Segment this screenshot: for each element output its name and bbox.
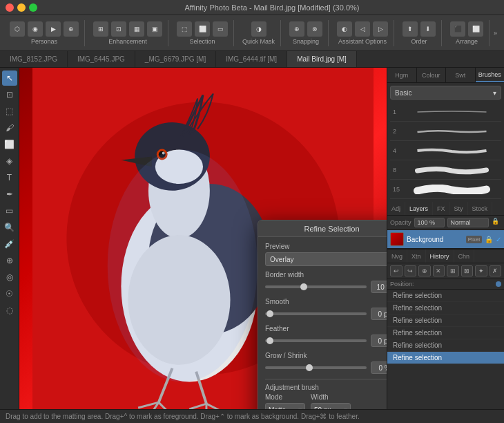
- brushes-category-selector[interactable]: Basic ▾: [390, 86, 501, 100]
- history-new[interactable]: ⊕: [418, 265, 431, 276]
- assistant-icon2[interactable]: ◁: [355, 21, 370, 37]
- tab-colour[interactable]: Colour: [417, 68, 447, 82]
- subtab-layers[interactable]: Layers: [405, 202, 433, 215]
- tab-brushes[interactable]: Brushes: [476, 68, 505, 82]
- assistant-icon1[interactable]: ◐: [337, 21, 352, 37]
- subtab-fx[interactable]: FX: [433, 202, 450, 215]
- mode-select[interactable]: Matte ▾: [265, 403, 305, 409]
- feather-slider[interactable]: [265, 339, 367, 342]
- border-width-slider[interactable]: [265, 285, 367, 288]
- brush-item-2[interactable]: 2: [390, 122, 501, 141]
- history-tool-8[interactable]: ✗: [490, 265, 502, 276]
- tone-map-icon[interactable]: ⊕: [64, 21, 79, 37]
- grow-shrink-value[interactable]: 0 %: [371, 361, 387, 374]
- history-tool-7[interactable]: ✦: [475, 265, 487, 276]
- history-item-1[interactable]: Refine selection: [387, 290, 504, 302]
- quick-mask-icon[interactable]: ◑: [251, 21, 266, 37]
- liquify-icon[interactable]: ◉: [28, 21, 43, 37]
- tab-hgm[interactable]: Hgm: [387, 68, 417, 82]
- brush-item-4[interactable]: 8: [390, 160, 501, 180]
- arrange-icon1[interactable]: ⬛: [450, 21, 465, 37]
- healing-tool[interactable]: ◎: [2, 270, 17, 285]
- brush-item-3[interactable]: 4: [390, 141, 501, 160]
- crop-tool[interactable]: ⊡: [2, 87, 17, 102]
- subtab-sty[interactable]: Sty: [450, 202, 468, 215]
- shape-tool[interactable]: ▭: [2, 203, 17, 218]
- history-item-3[interactable]: Refine selection: [387, 314, 504, 327]
- photo-persona-icon[interactable]: ⬡: [10, 21, 25, 37]
- fill-tool[interactable]: ◈: [2, 153, 17, 169]
- grow-shrink-thumb[interactable]: [306, 364, 313, 371]
- history-delete[interactable]: ✕: [433, 265, 445, 276]
- layer-item-background[interactable]: Background Pixel 🔒 ✓: [387, 230, 504, 249]
- history-item-6[interactable]: Refine selection: [387, 352, 504, 364]
- selection-icon2[interactable]: ⬜: [195, 21, 210, 37]
- subtab-stock[interactable]: Stock: [468, 202, 493, 215]
- arrange-icon2[interactable]: ⬜: [468, 21, 483, 37]
- blend-mode-select[interactable]: Normal: [447, 218, 489, 227]
- history-tool-5[interactable]: ⊞: [447, 265, 459, 276]
- history-tool-2[interactable]: ↪: [405, 265, 417, 276]
- history-item-4[interactable]: Refine selection: [387, 327, 504, 339]
- order-icon2[interactable]: ⬇: [420, 21, 436, 37]
- lock-icon[interactable]: 🔒: [492, 218, 501, 227]
- tab-swt[interactable]: Swt: [446, 68, 476, 82]
- tab-mailbird[interactable]: Mail Bird.jpg [M]: [287, 51, 357, 67]
- border-width-thumb[interactable]: [300, 283, 307, 290]
- feather-value[interactable]: 0 px: [371, 335, 387, 347]
- brush-item-5[interactable]: 15: [390, 180, 501, 199]
- tab-img6445[interactable]: IMG_6445.JPG: [68, 51, 135, 67]
- history-tab-chn[interactable]: Chn: [454, 250, 475, 263]
- history-tool-1[interactable]: ↩: [390, 265, 403, 276]
- enhance-icon1[interactable]: ⊞: [93, 21, 108, 37]
- tab-img8152[interactable]: IMG_8152.JPG: [0, 51, 68, 67]
- selection-icon1[interactable]: ⬚: [177, 21, 192, 37]
- canvas-area[interactable]: Refine Selection Preview Overlay ▾ Borde…: [19, 68, 387, 409]
- clone-tool[interactable]: ⊕: [2, 253, 17, 268]
- order-icon1[interactable]: ⬆: [403, 21, 418, 37]
- maximize-button[interactable]: [29, 3, 37, 12]
- minimize-button[interactable]: [17, 3, 26, 12]
- grow-shrink-slider[interactable]: [265, 366, 367, 369]
- history-item-2[interactable]: Refine selection: [387, 302, 504, 314]
- dodge-burn-tool[interactable]: ☉: [2, 286, 17, 301]
- selection-icon3[interactable]: ▭: [213, 21, 228, 37]
- width-select[interactable]: 50 px ▾: [311, 403, 351, 409]
- border-width-value[interactable]: 10 %: [371, 281, 387, 293]
- enhance-icon2[interactable]: ⊡: [111, 21, 126, 37]
- refine-selection-dialog[interactable]: Refine Selection Preview Overlay ▾ Borde…: [258, 220, 387, 409]
- smooth-thumb[interactable]: [266, 310, 273, 317]
- smooth-slider[interactable]: [265, 312, 367, 315]
- smooth-value[interactable]: 0 px: [371, 308, 387, 320]
- move-tool[interactable]: ↖: [2, 70, 17, 86]
- snapping-icon2[interactable]: ⊗: [307, 21, 322, 37]
- enhance-icon4[interactable]: ▣: [147, 21, 162, 37]
- history-tab-xtn[interactable]: Xtn: [407, 250, 426, 263]
- tab-img6679[interactable]: _MG_6679.JPG [M]: [135, 51, 216, 67]
- toolbar-expand-icon[interactable]: »: [492, 28, 498, 38]
- tab-img6444[interactable]: IMG_6444.tif [M]: [216, 51, 287, 67]
- close-button[interactable]: [6, 3, 14, 12]
- subtab-adj[interactable]: Adj: [387, 202, 405, 215]
- assistant-icon3[interactable]: ▷: [373, 21, 388, 37]
- eraser-tool[interactable]: ⬜: [2, 137, 17, 152]
- mode-label: Mode: [265, 393, 305, 401]
- opacity-input[interactable]: 100 %: [414, 218, 445, 227]
- zoom-tool[interactable]: 🔍: [2, 220, 17, 235]
- snapping-icon1[interactable]: ⊕: [289, 21, 304, 37]
- history-tab-nvg[interactable]: Nvg: [387, 250, 407, 263]
- history-tab-history[interactable]: History: [426, 250, 454, 263]
- preview-select[interactable]: Overlay ▾: [265, 252, 387, 266]
- enhance-icon3[interactable]: ▦: [129, 21, 144, 37]
- blur-tool[interactable]: ◌: [2, 303, 17, 318]
- paint-brush-tool[interactable]: 🖌: [2, 120, 17, 135]
- history-tool-6[interactable]: ⊠: [461, 265, 474, 276]
- develop-icon[interactable]: ▶: [46, 21, 61, 37]
- history-item-5[interactable]: Refine selection: [387, 339, 504, 352]
- feather-thumb[interactable]: [266, 337, 273, 344]
- color-picker-tool[interactable]: 💉: [2, 236, 17, 252]
- text-tool[interactable]: T: [2, 170, 17, 185]
- brush-item-1[interactable]: 1: [390, 102, 501, 122]
- selection-brush-tool[interactable]: ⬚: [2, 104, 17, 119]
- pen-tool[interactable]: ✒: [2, 187, 17, 202]
